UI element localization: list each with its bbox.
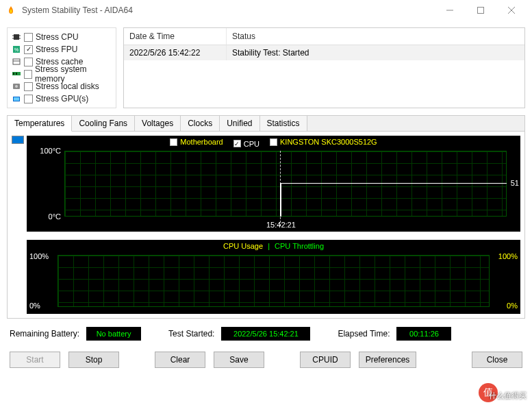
close-button[interactable] <box>496 0 527 21</box>
log-row[interactable]: 2022/5/26 15:42:22 Stability Test: Start… <box>124 45 524 60</box>
tabstrip: Temperatures Cooling Fans Voltages Clock… <box>8 116 524 131</box>
temperature-graph: Motherboard CPU KINGSTON SKC3000S512G 10… <box>27 136 520 232</box>
button-row: Start Stop Clear Save CPUID Preferences … <box>7 349 525 371</box>
cpu-temp-value: 51 <box>511 179 519 187</box>
app-icon <box>5 5 16 16</box>
cache-icon <box>12 57 21 66</box>
log-header: Date & Time Status <box>124 28 524 45</box>
maximize-button[interactable] <box>465 0 496 21</box>
stress-cpu-checkbox[interactable] <box>24 33 33 42</box>
stress-cache-checkbox[interactable] <box>24 58 33 66</box>
throttle-ymin-right: 0% <box>507 302 518 310</box>
minimize-button[interactable] <box>434 0 465 21</box>
watermark-text: 什么值得买 <box>470 386 532 405</box>
sensor-item[interactable] <box>12 136 24 144</box>
log-header-status[interactable]: Status <box>227 28 524 45</box>
elapsed-label: Elapsed Time: <box>338 329 390 339</box>
legend-cpu[interactable]: CPU <box>233 140 259 148</box>
svg-rect-15 <box>16 73 17 75</box>
tab-cooling-fans[interactable]: Cooling Fans <box>72 116 135 131</box>
svg-rect-11 <box>13 59 20 64</box>
svg-rect-14 <box>13 73 14 75</box>
close-button-action[interactable]: Close <box>472 352 522 368</box>
stress-disks-option[interactable]: Stress local disks <box>12 80 112 93</box>
disk-icon <box>12 82 21 91</box>
stress-gpu-option[interactable]: Stress GPU(s) <box>12 93 112 105</box>
stress-disks-checkbox[interactable] <box>24 82 33 91</box>
tab-unified[interactable]: Unified <box>220 116 259 131</box>
usage-legend: CPU Usage | CPU Throttling <box>27 240 520 252</box>
stop-button[interactable]: Stop <box>68 352 119 368</box>
stress-cpu-label: Stress CPU <box>36 32 79 42</box>
legend-ssd[interactable]: KINGSTON SKC3000S512G <box>270 138 377 146</box>
temp-xmark: 15:42:21 <box>266 221 296 229</box>
graph-tabs-container: Temperatures Cooling Fans Voltages Clock… <box>7 115 525 319</box>
legend-sep: | <box>268 242 270 250</box>
legend-usage: CPU Usage <box>223 242 263 250</box>
svg-text:%: % <box>14 47 18 52</box>
temperature-legend: Motherboard CPU KINGSTON SKC3000S512G <box>27 136 520 150</box>
stress-fpu-option[interactable]: % Stress FPU <box>12 43 112 56</box>
cpu-temp-rise <box>280 183 281 217</box>
stress-memory-option[interactable]: Stress system memory <box>12 68 112 80</box>
cpu-icon <box>12 32 21 42</box>
log-cell-date: 2022/5/26 15:42:22 <box>124 45 227 60</box>
battery-value: No battery <box>86 327 141 341</box>
status-row: Remaining Battery: No battery Test Start… <box>7 319 525 349</box>
stress-options-panel: Stress CPU % Stress FPU Stress cache Str… <box>7 27 116 108</box>
usage-ymax-left: 100% <box>29 252 49 260</box>
stress-memory-checkbox[interactable] <box>24 70 32 79</box>
tab-voltages[interactable]: Voltages <box>135 116 181 131</box>
started-label: Test Started: <box>168 329 214 339</box>
window-controls <box>434 0 527 21</box>
tab-clocks[interactable]: Clocks <box>181 116 220 131</box>
temperature-grid <box>64 151 507 217</box>
cpu-usage-graph: CPU Usage | CPU Throttling 100% 0% 100% … <box>27 240 520 314</box>
legend-throttle: CPU Throttling <box>275 242 324 250</box>
battery-label: Remaining Battery: <box>10 329 79 339</box>
log-cell-status: Stability Test: Started <box>227 45 524 60</box>
sensor-selector <box>12 136 24 314</box>
preferences-button[interactable]: Preferences <box>359 352 416 368</box>
temp-ymin: 0°C <box>30 212 61 221</box>
event-log-table: Date & Time Status 2022/5/26 15:42:22 St… <box>123 27 525 108</box>
stress-gpu-checkbox[interactable] <box>24 95 33 103</box>
throttle-ymax-right: 100% <box>498 252 518 260</box>
svg-rect-19 <box>14 97 19 101</box>
stress-disks-label: Stress local disks <box>36 82 99 91</box>
cpu-temp-line <box>280 183 507 184</box>
started-value: 2022/5/26 15:42:21 <box>221 327 310 341</box>
stress-fpu-checkbox[interactable] <box>24 45 33 54</box>
start-button[interactable]: Start <box>10 352 60 368</box>
fpu-icon: % <box>12 45 21 54</box>
titlebar: System Stability Test - AIDA64 <box>0 0 532 21</box>
clear-button[interactable]: Clear <box>155 352 205 368</box>
stress-fpu-label: Stress FPU <box>36 45 77 54</box>
cpuid-button[interactable]: CPUID <box>300 352 351 368</box>
svg-rect-4 <box>14 34 19 40</box>
legend-motherboard[interactable]: Motherboard <box>170 138 223 146</box>
memory-icon <box>12 69 21 79</box>
gpu-icon <box>12 94 21 103</box>
window-title: System Stability Test - AIDA64 <box>22 5 434 15</box>
tab-statistics[interactable]: Statistics <box>260 116 307 131</box>
stress-memory-label: Stress system memory <box>35 64 112 84</box>
tab-temperatures[interactable]: Temperatures <box>8 116 72 132</box>
log-header-date[interactable]: Date & Time <box>124 28 227 45</box>
stress-cpu-option[interactable]: Stress CPU <box>12 31 112 43</box>
temp-ymax: 100°C <box>30 147 61 155</box>
svg-point-17 <box>15 85 18 88</box>
usage-ymin-left: 0% <box>29 302 40 310</box>
elapsed-value: 00:11:26 <box>396 327 451 341</box>
stress-gpu-label: Stress GPU(s) <box>36 94 88 103</box>
save-button[interactable]: Save <box>214 352 264 368</box>
usage-grid <box>58 255 490 307</box>
svg-rect-1 <box>477 8 483 14</box>
